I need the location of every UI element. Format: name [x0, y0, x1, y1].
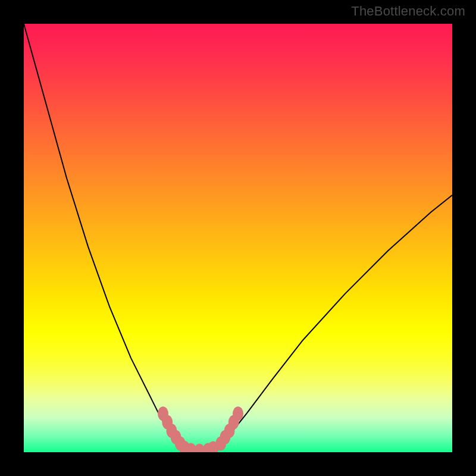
valley-marker-group: [158, 406, 243, 452]
chart-plot-area: [24, 24, 452, 452]
chart-svg: [24, 24, 452, 452]
bottleneck-curve: [24, 24, 452, 451]
watermark-text: TheBottleneck.com: [351, 4, 465, 19]
valley-marker: [233, 406, 243, 421]
